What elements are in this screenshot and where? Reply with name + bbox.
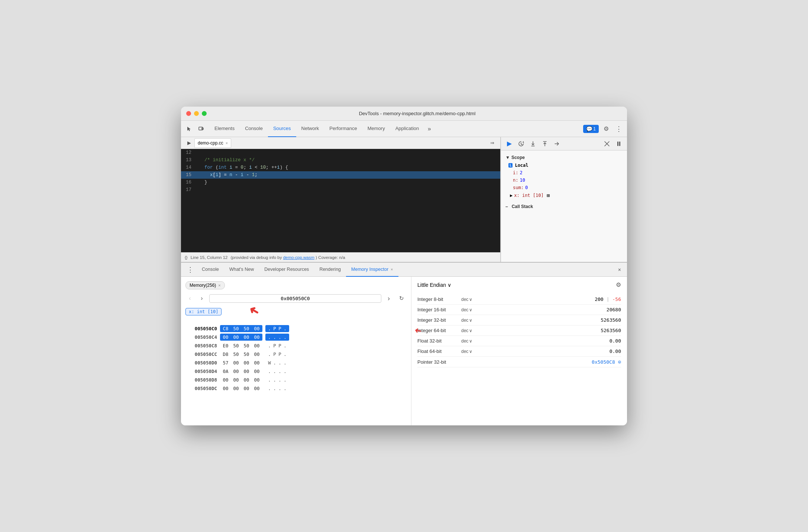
memory-inspector-content: Memory(256) × ‹ › › ↻ x: int [10 (181, 277, 627, 425)
run-icon[interactable]: ▶ (184, 138, 194, 148)
ascii-group-5[interactable]: . . . . (265, 368, 289, 375)
float64-format-selector[interactable]: dec ∨ (461, 349, 472, 354)
debug-info: (provided via debug info by demo-cpp.was… (230, 255, 345, 260)
tab-memory[interactable]: Memory (362, 121, 390, 137)
tab-network[interactable]: Network (296, 121, 324, 137)
close-bottom-panel-icon[interactable]: × (615, 265, 624, 274)
var-x[interactable]: ▶ x: int [10] ⊞ (501, 191, 627, 200)
tab-whats-new[interactable]: What's New (224, 263, 259, 277)
hex-group-3[interactable]: D8 50 50 00 (220, 351, 262, 358)
more-tabs-icon[interactable]: » (424, 124, 434, 134)
int16-format-selector[interactable]: dec ∨ (461, 307, 472, 312)
nav-tabs: Elements Console Sources Network Perform… (209, 121, 583, 137)
settings-icon[interactable]: ⚙ (601, 124, 611, 134)
variable-badge[interactable]: x: int [10] (185, 308, 222, 315)
float32-format-selector[interactable]: dec ∨ (461, 338, 472, 344)
step-into-button[interactable] (528, 139, 538, 149)
mem-row-7: 005050DC 00 00 00 00 . . . (185, 384, 407, 393)
ascii-group-2[interactable]: . P P . (265, 342, 289, 349)
float64-format-chevron: ∨ (469, 349, 472, 354)
more-options-icon[interactable]: ⋮ (614, 124, 624, 134)
int8-format-selector[interactable]: dec ∨ (461, 297, 472, 302)
format-icon[interactable]: {} (185, 255, 188, 260)
tab-rendering[interactable]: Rendering (314, 263, 346, 277)
tab-sources[interactable]: Sources (268, 121, 296, 137)
step-out-button[interactable] (540, 139, 550, 149)
ascii-group-7[interactable]: . . . . (265, 385, 289, 392)
hex-group-5[interactable]: 0A 00 00 00 (220, 368, 262, 375)
hex-group-0[interactable]: C8 50 50 00 (220, 325, 262, 332)
cursor-position: Line 15, Column 12 (191, 255, 228, 260)
tab-console[interactable]: Console (240, 121, 268, 137)
close-button[interactable] (186, 111, 191, 116)
hex-group-6[interactable]: 00 00 00 00 (220, 376, 262, 383)
devtools-window: DevTools - memory-inspector.glitch.me/de… (181, 107, 627, 425)
close-memory-inspector-tab[interactable]: × (391, 267, 393, 272)
memory-nav: ‹ › › ↻ (185, 293, 407, 304)
ascii-group-1[interactable]: . . . . (265, 334, 289, 341)
navigate-file-icon[interactable]: ⇒ (487, 138, 497, 148)
var-sum: sum: 0 (501, 184, 627, 191)
hex-group-7[interactable]: 00 00 00 00 (220, 385, 262, 392)
int64-value: 5263560 (601, 328, 621, 333)
memory-tab-256[interactable]: Memory(256) × (185, 281, 225, 289)
wasm-link[interactable]: demo-cpp.wasm (283, 255, 314, 260)
status-bar: {} Line 15, Column 12 (provided via debu… (181, 252, 500, 262)
hex-group-2[interactable]: E0 50 50 00 (220, 342, 262, 349)
int8-value: 200 | -56 (595, 296, 621, 302)
bottom-panel-menu[interactable]: ⋮ (184, 266, 197, 274)
pointer-link[interactable]: 0x5050C8 ⊙ (592, 359, 621, 365)
ascii-group-0[interactable]: . P P . (265, 325, 289, 332)
close-memory-tab[interactable]: × (218, 283, 220, 288)
endian-selector[interactable]: Little Endian ∨ (417, 282, 451, 288)
badge-area: x: int [10] ➜ (185, 308, 407, 320)
ascii-group-6[interactable]: . . . . (265, 376, 289, 383)
value-inspector-settings[interactable]: ⚙ (616, 281, 621, 288)
refresh-memory-button[interactable]: ↻ (396, 293, 407, 304)
pointer-follow-icon[interactable]: ⊙ (618, 359, 621, 365)
close-file-tab[interactable]: × (226, 141, 228, 145)
resume-button[interactable]: ▶ (504, 139, 514, 149)
device-toggle-icon[interactable] (196, 124, 206, 134)
int64-format-selector[interactable]: dec ∨ (461, 328, 472, 333)
scope-collapse-icon: ▼ (505, 155, 510, 160)
nav-forward-button[interactable]: › (197, 294, 206, 303)
main-area: ▶ demo-cpp.cc × ⇒ 12 1 (181, 137, 627, 262)
ascii-group-4[interactable]: W . . . (265, 359, 289, 366)
nav-next-button[interactable]: › (384, 294, 393, 303)
code-line-12: 12 (181, 149, 500, 156)
int32-format-selector[interactable]: dec ∨ (461, 318, 472, 323)
nav-back-button[interactable]: ‹ (185, 294, 194, 303)
code-line-17: 17 (181, 186, 500, 194)
tab-elements[interactable]: Elements (209, 121, 240, 137)
tab-performance[interactable]: Performance (324, 121, 362, 137)
int8-format-chevron: ∨ (469, 297, 472, 302)
address-input[interactable] (209, 294, 381, 303)
float32-value: 0.00 (610, 338, 621, 344)
local-section[interactable]: L Local (501, 162, 627, 169)
callstack-header[interactable]: – Call Stack (501, 202, 627, 211)
step-button[interactable] (552, 139, 562, 149)
deactivate-breakpoints-button[interactable] (602, 139, 612, 149)
feedback-badge[interactable]: 💬 1 (583, 125, 599, 133)
hex-group-1[interactable]: 00 00 00 00 (220, 334, 262, 341)
mem-row-4: 005050D0 57 00 00 00 W . . (185, 359, 407, 367)
file-tab-demo-cpp[interactable]: demo-cpp.cc × (194, 138, 231, 148)
tab-application[interactable]: Application (390, 121, 424, 137)
endian-dropdown-icon: ∨ (447, 282, 451, 288)
minimize-button[interactable] (194, 111, 199, 116)
scope-header[interactable]: ▼ Scope (501, 153, 627, 162)
scope-label: Scope (511, 155, 525, 160)
cursor-icon[interactable] (184, 124, 194, 134)
tab-console-bottom[interactable]: Console (197, 263, 224, 277)
pause-on-exceptions-button[interactable] (614, 139, 624, 149)
ascii-group-3[interactable]: . P P . (265, 351, 289, 358)
tab-memory-inspector[interactable]: Memory Inspector × (346, 263, 398, 277)
hex-group-4[interactable]: 57 00 00 00 (220, 359, 262, 366)
code-line-13: 13 /* initialize x */ (181, 156, 500, 164)
tab-developer-resources[interactable]: Developer Resources (259, 263, 314, 277)
step-over-button[interactable] (516, 139, 526, 149)
int16-value: 20680 (607, 307, 621, 312)
code-editor[interactable]: 12 13 /* initialize x */ 14 for (int i =… (181, 149, 500, 252)
maximize-button[interactable] (202, 111, 207, 116)
